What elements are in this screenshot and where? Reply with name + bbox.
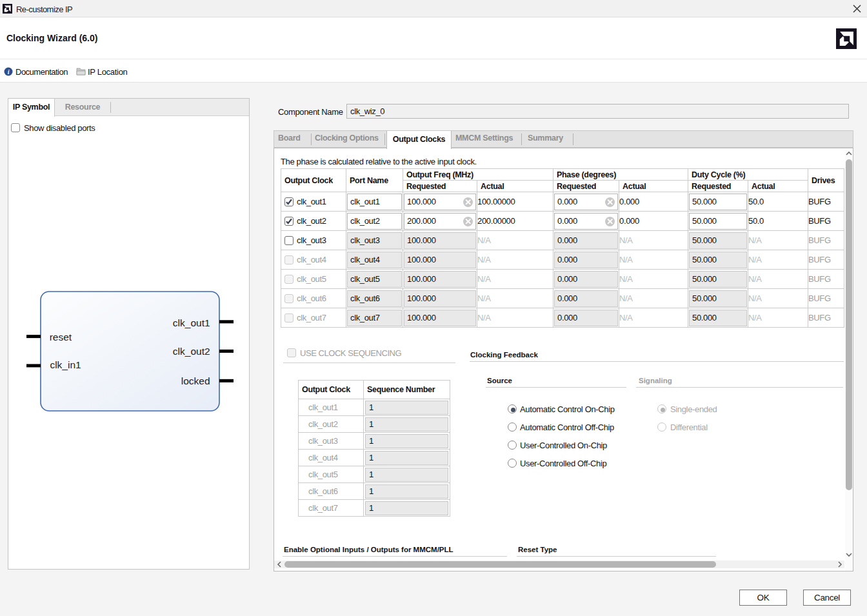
svg-text:clk_out1: clk_out1	[173, 317, 210, 328]
svg-text:clk_out2: clk_out2	[173, 346, 210, 357]
svg-text:clk_in1: clk_in1	[50, 359, 81, 370]
svg-text:locked: locked	[181, 375, 210, 386]
svg-text:reset: reset	[50, 332, 72, 343]
